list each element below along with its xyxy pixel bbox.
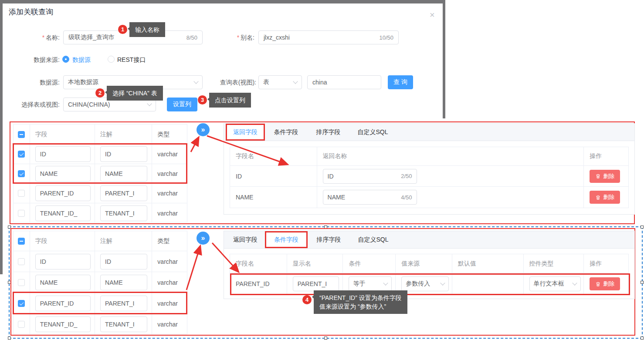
return-name-input[interactable]: ID 2/50 <box>323 169 417 184</box>
tab-sort-fields[interactable]: 排序字段 <box>307 124 349 141</box>
col-header-field: 字段 <box>30 231 95 251</box>
table-row: NAME NAME 4/50 删除 <box>230 187 628 208</box>
selection-handle[interactable] <box>641 226 644 229</box>
field-comment-input[interactable]: ID <box>100 146 147 162</box>
tab-sort-fields[interactable]: 排序字段 <box>308 231 350 248</box>
table-header-row: 字段名 显示名 条件 值来源 默认值 控件类型 操作 <box>230 254 628 273</box>
query-button[interactable]: 查 询 <box>388 75 413 89</box>
table-row: PARENT_ID PARENT_I varchar <box>14 184 187 203</box>
trash-icon <box>595 173 601 179</box>
delete-button[interactable]: 删除 <box>590 277 620 290</box>
col-header-value-source: 值来源 <box>396 254 452 273</box>
value-source-select[interactable]: 参数传入 <box>401 276 449 291</box>
tab-return-fields[interactable]: 返回字段 <box>226 124 265 141</box>
field-comment-input[interactable]: TENANT_I <box>100 316 147 332</box>
field-comment-input[interactable]: PARENT_I <box>100 296 147 311</box>
table-row: PARENT_ID PARENT_I 等于 参数传入 单行文本框 <box>230 273 628 294</box>
field-name-input[interactable]: NAME <box>35 275 91 290</box>
row-checkbox[interactable] <box>18 170 25 177</box>
alias-input[interactable]: jlxz_cxshi 10/50 <box>258 30 399 44</box>
return-fields-table: 字段名 返回名称 操作 ID ID 2/50 删除 NAME NAME 4/50 <box>230 147 629 208</box>
field-name-input[interactable]: ID <box>35 146 91 162</box>
step-badge-2: 2 <box>95 88 105 98</box>
table-header-row: 字段名 返回名称 操作 <box>230 147 628 166</box>
radio-rest-api-label[interactable]: REST接口 <box>117 56 146 64</box>
radio-datasource[interactable] <box>62 56 69 63</box>
field-type: varchar <box>152 164 187 183</box>
selection-handle[interactable] <box>324 337 327 340</box>
field-comment-input[interactable]: ID <box>100 254 147 269</box>
source-label: 数据来源: <box>3 56 60 64</box>
field-comment-input[interactable]: NAME <box>100 275 147 290</box>
tab-condition-fields[interactable]: 条件字段 <box>265 231 308 248</box>
col-header-return-name: 返回名称 <box>317 147 584 165</box>
delete-button[interactable]: 删除 <box>590 170 620 183</box>
field-name-input[interactable]: PARENT_ID <box>35 296 91 311</box>
field-comment-input[interactable]: NAME <box>100 166 147 182</box>
table-type-select[interactable]: 表 <box>258 75 302 89</box>
tab-custom-sql[interactable]: 自定义SQL <box>349 124 396 141</box>
table-row: NAME NAME varchar <box>14 164 187 184</box>
row-checkbox[interactable] <box>18 258 25 265</box>
step-badge-1: 1 <box>118 25 127 34</box>
field-name-input[interactable]: TENANT_ID_ <box>35 316 91 332</box>
field-table-header: 字段 注解 类型 <box>14 231 187 251</box>
display-name-input[interactable]: PARENT_I <box>293 276 339 291</box>
select-all-checkbox[interactable] <box>18 131 25 138</box>
alias-label: *别名: <box>198 34 254 42</box>
field-name-input[interactable]: NAME <box>35 166 91 182</box>
selection-handle[interactable] <box>8 337 11 340</box>
row-checkbox[interactable] <box>18 321 25 328</box>
row-checkbox[interactable] <box>18 151 25 158</box>
select-table-value: CHINA(CHINA) <box>68 101 110 108</box>
default-value[interactable] <box>452 273 524 294</box>
col-header-type: 类型 <box>152 231 187 251</box>
expand-button[interactable]: » <box>197 123 210 136</box>
condition-select[interactable]: 等于 <box>349 276 392 291</box>
field-comment-input[interactable]: TENANT_I <box>100 205 147 221</box>
col-header-comment: 注解 <box>95 125 152 144</box>
radio-rest-api[interactable] <box>108 56 115 63</box>
step-tooltip-4: “PARENT_ID” 设置为条件字段 值来源设置为 “参数传入” <box>314 290 407 314</box>
chevron-down-icon <box>193 79 198 84</box>
field-name-input[interactable]: TENANT_ID_ <box>35 205 91 221</box>
set-columns-button[interactable]: 设置列 <box>167 98 197 111</box>
chevron-down-icon <box>293 79 298 84</box>
name-counter: 8/50 <box>186 34 197 41</box>
col-header-field: 字段 <box>30 125 95 144</box>
condition-fields-table: 字段名 显示名 条件 值来源 默认值 控件类型 操作 PARENT_ID PAR… <box>230 254 629 295</box>
tab-condition-fields[interactable]: 条件字段 <box>265 124 307 141</box>
col-header-field-name: 字段名 <box>230 147 317 165</box>
row-checkbox[interactable] <box>18 210 25 217</box>
tab-return-fields[interactable]: 返回字段 <box>226 231 265 248</box>
close-icon[interactable]: × <box>430 10 435 19</box>
field-comment-input[interactable]: PARENT_I <box>100 185 147 201</box>
field-type: varchar <box>152 272 187 293</box>
row-checkbox[interactable] <box>18 279 25 286</box>
field-name-input[interactable]: ID <box>35 254 91 269</box>
tab-custom-sql[interactable]: 自定义SQL <box>350 231 397 248</box>
alias-counter: 10/50 <box>379 34 393 41</box>
table-row: NAME NAME varchar <box>14 272 187 293</box>
col-header-action: 操作 <box>584 254 628 273</box>
radio-datasource-label[interactable]: 数据源 <box>72 56 91 64</box>
alias-value: jlxz_cxshi <box>264 34 290 41</box>
delete-button[interactable]: 删除 <box>590 191 620 204</box>
row-checkbox[interactable] <box>18 300 25 307</box>
selection-handle[interactable] <box>641 337 644 340</box>
table-row: ID ID varchar <box>14 251 187 272</box>
expand-button[interactable]: » <box>197 232 210 245</box>
field-type: varchar <box>152 251 187 272</box>
table-row: ID ID varchar <box>14 145 187 164</box>
selection-handle[interactable] <box>641 281 644 284</box>
field-name-input[interactable]: PARENT_ID <box>35 185 91 201</box>
table-keyword-input[interactable]: china <box>307 75 381 89</box>
return-name-input[interactable]: NAME 4/50 <box>323 190 417 205</box>
col-header-control-type: 控件类型 <box>524 254 584 273</box>
row-checkbox[interactable] <box>18 190 25 197</box>
table-row: PARENT_ID PARENT_I varchar <box>14 293 187 314</box>
table-keyword-value: china <box>312 79 327 86</box>
select-all-checkbox[interactable] <box>18 238 25 245</box>
control-type-select[interactable]: 单行文本框 <box>529 276 581 291</box>
step-tooltip-2: 选择 “CHINA” 表 <box>107 86 163 101</box>
